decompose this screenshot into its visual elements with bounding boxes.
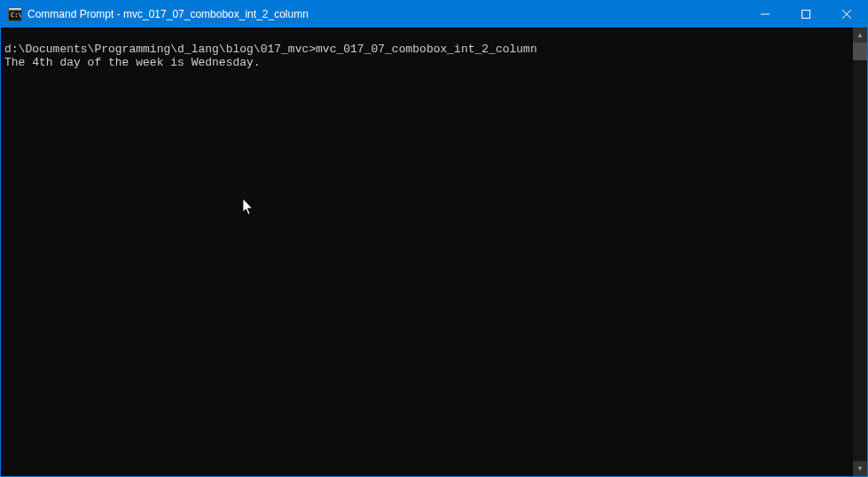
chevron-up-icon: ▲ [856, 31, 864, 39]
vertical-scrollbar[interactable]: ▲ ▼ [853, 27, 867, 476]
terminal-line: The 4th day of the week is Wednesday. [4, 56, 261, 69]
svg-rect-1 [9, 8, 21, 11]
terminal-line: d:\Documents\Programming\d_lang\blog\017… [4, 43, 537, 56]
close-icon [842, 10, 851, 19]
maximize-button[interactable] [786, 1, 826, 27]
close-button[interactable] [826, 1, 867, 27]
window-controls [745, 1, 867, 27]
svg-text:C:\: C:\ [11, 12, 22, 19]
chevron-down-icon: ▼ [856, 465, 864, 473]
minimize-button[interactable] [745, 1, 786, 27]
content-area: d:\Documents\Programming\d_lang\blog\017… [1, 27, 867, 476]
command-prompt-window: C:\ Command Prompt - mvc_017_07_combobox… [0, 0, 868, 477]
maximize-icon [802, 10, 810, 19]
scrollbar-down-button[interactable]: ▼ [853, 461, 867, 476]
cmd-icon: C:\ [8, 7, 22, 21]
terminal-output[interactable]: d:\Documents\Programming\d_lang\blog\017… [1, 27, 853, 476]
scrollbar-thumb[interactable] [853, 43, 867, 60]
svg-rect-4 [802, 11, 810, 19]
window-title: Command Prompt - mvc_017_07_combobox_int… [27, 8, 745, 20]
scrollbar-up-button[interactable]: ▲ [853, 27, 867, 43]
minimize-icon [761, 10, 770, 19]
titlebar[interactable]: C:\ Command Prompt - mvc_017_07_combobox… [1, 1, 867, 27]
